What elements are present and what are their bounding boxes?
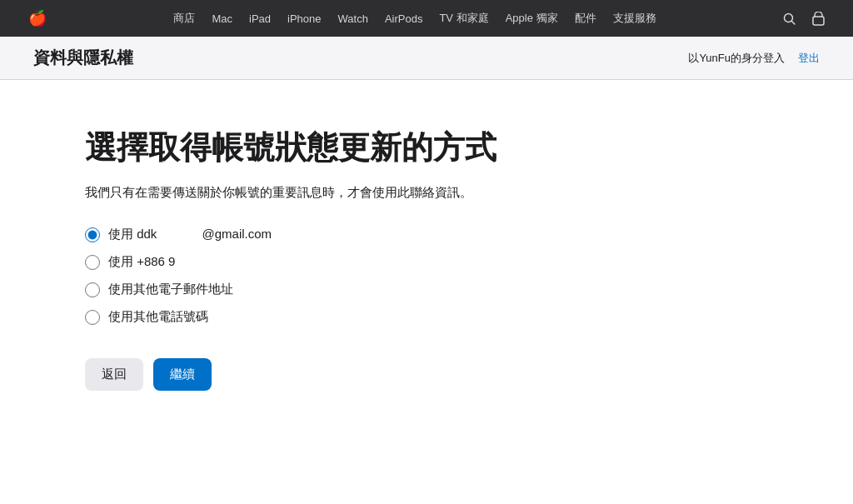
- radio-email1-input[interactable]: [85, 227, 100, 242]
- nav-ipad[interactable]: iPad: [241, 0, 279, 37]
- search-icon[interactable]: [775, 0, 804, 37]
- radio-option-phone1[interactable]: 使用 +886 9: [85, 254, 768, 270]
- nav-tv[interactable]: TV 和家庭: [431, 0, 496, 37]
- page-description: 我們只有在需要傳送關於你帳號的重要訊息時，才會使用此聯絡資訊。: [85, 183, 768, 202]
- sub-header: 資料與隱私權 以YunFu的身分登入 登出: [0, 37, 853, 80]
- logout-button[interactable]: 登出: [798, 51, 820, 66]
- nav-store[interactable]: 商店: [165, 0, 203, 37]
- sub-header-title: 資料與隱私權: [33, 47, 133, 69]
- radio-email1-label: 使用 ddk @gmail.com: [108, 227, 272, 242]
- nav-mac[interactable]: Mac: [203, 0, 241, 37]
- radio-phone1-label: 使用 +886 9: [108, 254, 175, 270]
- radio-option-email1[interactable]: 使用 ddk @gmail.com: [85, 227, 768, 242]
- nav-watch[interactable]: Watch: [330, 0, 377, 37]
- nav-right-icons: [775, 0, 833, 37]
- sub-header-right: 以YunFu的身分登入 登出: [688, 51, 820, 66]
- radio-email2-input[interactable]: [85, 282, 100, 297]
- navigation-bar: 🍎 商店 Mac iPad iPhone Watch AirPods TV 和家…: [0, 0, 853, 37]
- nav-airpods[interactable]: AirPods: [377, 0, 431, 37]
- radio-group: 使用 ddk @gmail.com 使用 +886 9 使用其他電子郵件地址 使…: [85, 227, 768, 325]
- svg-line-1: [791, 21, 795, 24]
- radio-phone2-label: 使用其他電話號碼: [108, 309, 208, 325]
- nav-support[interactable]: 支援服務: [605, 0, 665, 37]
- radio-email2-label: 使用其他電子郵件地址: [108, 282, 233, 297]
- bag-icon[interactable]: [804, 0, 833, 37]
- svg-rect-2: [813, 17, 824, 25]
- nav-iphone[interactable]: iPhone: [279, 0, 329, 37]
- radio-option-phone2[interactable]: 使用其他電話號碼: [85, 309, 768, 325]
- continue-button[interactable]: 繼續: [153, 358, 212, 391]
- login-status: 以YunFu的身分登入: [688, 51, 785, 66]
- apple-logo[interactable]: 🍎: [20, 0, 55, 37]
- radio-phone2-input[interactable]: [85, 310, 100, 325]
- page-title: 選擇取得帳號狀態更新的方式: [85, 130, 768, 167]
- radio-option-email2[interactable]: 使用其他電子郵件地址: [85, 282, 768, 297]
- nav-accessories[interactable]: 配件: [566, 0, 605, 37]
- back-button[interactable]: 返回: [85, 358, 143, 391]
- nav-exclusive[interactable]: Apple 獨家: [497, 0, 566, 37]
- main-content: 選擇取得帳號狀態更新的方式 我們只有在需要傳送關於你帳號的重要訊息時，才會使用此…: [52, 80, 801, 424]
- button-row: 返回 繼續: [85, 358, 768, 391]
- radio-phone1-input[interactable]: [85, 255, 100, 270]
